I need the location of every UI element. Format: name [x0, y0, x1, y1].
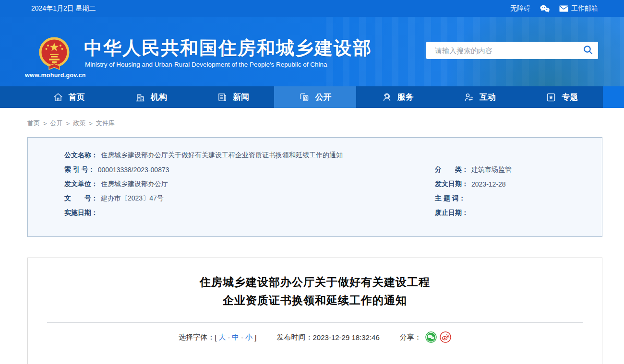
- doc-pubdate-row: 发文日期： 2023-12-28: [435, 177, 602, 191]
- publish-time: 发布时间： 2023-12-29 18:32:46: [277, 333, 380, 342]
- work-mailbox-label: 工作邮箱: [571, 4, 598, 13]
- doc-number-value: 建办市〔2023〕47号: [101, 194, 164, 203]
- doc-title-label: 公文名称：: [64, 151, 98, 160]
- doc-unit-value: 住房城乡建设部办公厅: [101, 180, 168, 188]
- nav-label: 机构: [151, 92, 167, 103]
- doc-class-row: 分 类： 建筑市场监管: [435, 163, 602, 177]
- main-nav: 首页 机构 新闻: [0, 86, 624, 108]
- nav-item-service[interactable]: 服务: [356, 86, 438, 108]
- doc-pubdate-label: 发文日期：: [435, 180, 468, 188]
- nav-item-home[interactable]: 首页: [27, 86, 109, 108]
- doc-number-label: 文 号：: [64, 194, 98, 203]
- breadcrumb-item-home[interactable]: 首页: [27, 119, 40, 128]
- share-label: 分享：: [400, 333, 421, 342]
- search-button[interactable]: [578, 42, 598, 59]
- doc-impl-label: 实施日期：: [64, 209, 98, 217]
- search-box: [426, 42, 598, 59]
- share-weibo-icon[interactable]: [440, 331, 451, 343]
- nav-label: 首页: [69, 92, 85, 103]
- font-size-large[interactable]: 大: [218, 333, 226, 342]
- doc-index-value: 000013338/2023-00873: [98, 166, 169, 174]
- doc-class-value: 建筑市场监管: [471, 165, 512, 174]
- doc-unit-row: 发文单位： 住房城乡建设部办公厅: [64, 177, 435, 191]
- nav-item-topics[interactable]: 专题: [521, 86, 603, 108]
- font-size-selector: 选择字体： [ 大 - 中 - 小 ]: [179, 333, 256, 342]
- doc-pubdate-value: 2023-12-28: [471, 180, 506, 188]
- breadcrumb-separator: >: [89, 120, 93, 127]
- article-panel: 住房城乡建设部办公厅关于做好有关建设工程 企业资质证书换领和延续工作的通知 选择…: [27, 258, 602, 364]
- accessibility-link[interactable]: 无障碍: [510, 4, 530, 13]
- nav-label: 服务: [397, 92, 414, 103]
- font-size-label: 选择字体：: [179, 333, 215, 342]
- search-icon: [583, 45, 593, 57]
- doc-title-value: 住房城乡建设部办公厅关于做好有关建设工程企业资质证书换领和延续工作的通知: [101, 151, 343, 160]
- breadcrumb-item-library[interactable]: 文件库: [96, 119, 115, 128]
- disclosure-icon: [299, 92, 310, 103]
- nav-label: 专题: [562, 92, 578, 103]
- nav-item-organization[interactable]: 机构: [109, 86, 192, 108]
- doc-subject-row: 主 题 词：: [435, 191, 602, 206]
- doc-repeal-row: 废止日期：: [435, 206, 602, 220]
- topbar: 2024年1月2日 星期二 无障碍 工作邮箱: [0, 0, 624, 17]
- doc-class-label: 分 类：: [435, 165, 468, 174]
- work-mailbox-link[interactable]: 工作邮箱: [559, 4, 598, 13]
- document-info-panel: 公文名称： 住房城乡建设部办公厅关于做好有关建设工程企业资质证书换领和延续工作的…: [27, 137, 602, 237]
- breadcrumb-item-disclosure[interactable]: 公开: [50, 119, 63, 128]
- doc-unit-label: 发文单位：: [64, 180, 98, 188]
- national-emblem-icon: [37, 36, 72, 71]
- publish-time-value: 2023-12-29 18:32:46: [313, 333, 380, 341]
- breadcrumb-item-policy[interactable]: 政策: [73, 119, 85, 128]
- font-size-medium[interactable]: 中: [232, 333, 239, 342]
- article-title-line1: 住房城乡建设部办公厅关于做好有关建设工程: [28, 273, 602, 291]
- doc-index-label: 索 引 号：: [64, 165, 95, 174]
- date-text: 2024年1月2日 星期二: [31, 4, 96, 13]
- breadcrumb-separator: >: [66, 120, 70, 127]
- nav-label: 公开: [315, 92, 331, 103]
- doc-index-row: 索 引 号： 000013338/2023-00873: [64, 163, 435, 177]
- share-wechat-icon[interactable]: [425, 331, 437, 343]
- title-divider: [47, 322, 583, 323]
- site-header: www.mohurd.gov.cn 中华人民共和国住房和城乡建设部 Minist…: [0, 17, 624, 86]
- article-meta: 选择字体： [ 大 - 中 - 小 ] 发布时间： 2023-12-29 18:…: [28, 331, 602, 343]
- site-subtitle: Ministry of Housing and Urban-Rural Deve…: [85, 61, 327, 68]
- share-group: 分享：: [400, 331, 451, 343]
- search-input[interactable]: [426, 42, 578, 59]
- page: { "topbar": { "date": "2024年1月2日 星期二", "…: [0, 0, 624, 364]
- nav-right-patch: [603, 86, 624, 108]
- news-icon: [216, 92, 228, 103]
- doc-impl-row: 实施日期：: [64, 206, 435, 220]
- article-title: 住房城乡建设部办公厅关于做好有关建设工程 企业资质证书换领和延续工作的通知: [28, 273, 602, 309]
- bracket: [: [215, 333, 216, 341]
- organization-icon: [134, 92, 146, 103]
- breadcrumb: 首页 > 公开 > 政策 > 文件库: [27, 119, 115, 128]
- bracket: ]: [254, 333, 256, 341]
- doc-number-row: 文 号： 建办市〔2023〕47号: [64, 191, 435, 206]
- site-url: www.mohurd.gov.cn: [25, 72, 85, 79]
- wechat-icon[interactable]: [539, 4, 551, 13]
- font-size-small[interactable]: 小: [245, 333, 252, 342]
- doc-repeal-label: 废止日期：: [435, 209, 468, 217]
- nav-item-disclosure[interactable]: 公开: [274, 86, 356, 108]
- dash: -: [241, 333, 243, 341]
- envelope-icon: [559, 5, 568, 12]
- doc-title-row: 公文名称： 住房城乡建设部办公厅关于做好有关建设工程企业资质证书换领和延续工作的…: [64, 148, 602, 163]
- home-icon: [52, 92, 64, 103]
- nav-item-news[interactable]: 新闻: [192, 86, 274, 108]
- doc-subject-label: 主 题 词：: [435, 194, 466, 203]
- nav-item-interaction[interactable]: 互动: [438, 86, 520, 108]
- breadcrumb-separator: >: [43, 120, 47, 127]
- article-title-line2: 企业资质证书换领和延续工作的通知: [28, 291, 602, 309]
- publish-time-label: 发布时间：: [277, 333, 313, 342]
- interaction-icon: [463, 92, 475, 103]
- dash: -: [228, 333, 230, 341]
- site-title: 中华人民共和国住房和城乡建设部: [84, 36, 372, 60]
- topbar-links: 无障碍 工作邮箱: [510, 4, 598, 13]
- nav-label: 新闻: [233, 92, 249, 103]
- service-icon: [381, 92, 393, 103]
- topics-icon: [545, 92, 557, 103]
- nav-label: 互动: [480, 92, 496, 103]
